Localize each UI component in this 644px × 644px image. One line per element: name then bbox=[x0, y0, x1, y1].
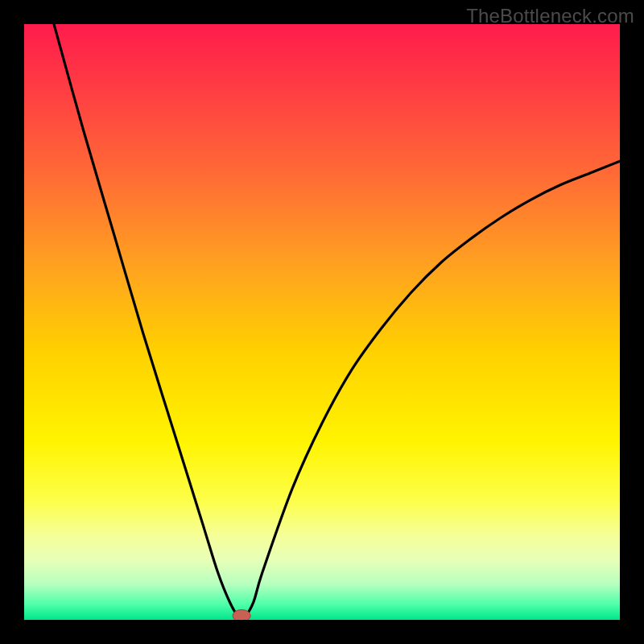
chart-frame: TheBottleneck.com bbox=[0, 0, 644, 644]
gradient-background bbox=[24, 24, 620, 620]
chart-svg bbox=[24, 24, 620, 620]
plot-area bbox=[24, 24, 620, 620]
watermark-label: TheBottleneck.com bbox=[466, 5, 634, 27]
minimum-marker bbox=[233, 609, 250, 620]
